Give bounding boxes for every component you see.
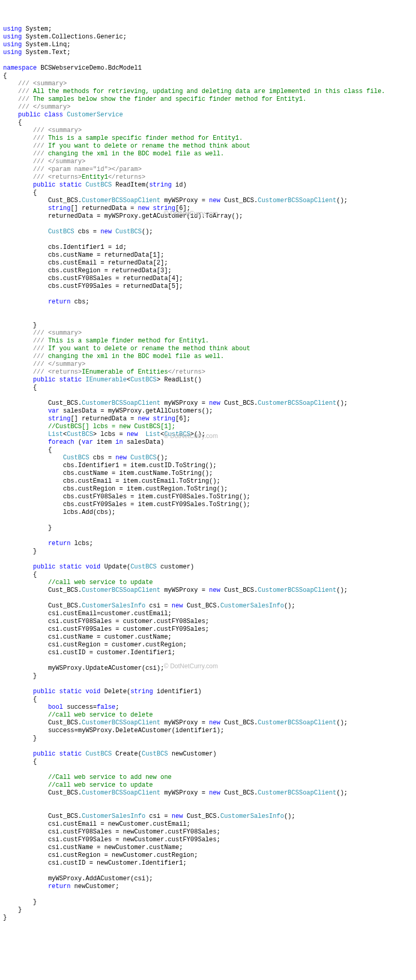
code-line: /// The samples below show the finder an… [3,96,306,103]
code-line: /// If you want to delete or rename the … [3,345,250,352]
code-line: foreach (var item in salesData) [3,439,164,446]
code-line: namespace BCSWebserviceDemo.BdcModel1 [3,64,141,72]
code-line: csi.custEmail=customer.custEmail; [3,610,172,617]
code-line: } [3,898,37,906]
code-line: /// </summary> [3,158,85,165]
code-line: } [3,524,52,532]
code-line: myWSProxy.UpdateACustomer(csi); [3,665,164,672]
code-line: public static IEnumerable<CustBCS> ReadL… [3,376,202,383]
code-line: { [3,72,7,80]
code-line: /// changing the xml in the BDC model fi… [3,353,224,360]
code-line: csi.custName = newCustomer.custName; [3,844,183,851]
code-line: //call web service to update [3,579,153,586]
code-line: success=myWSProxy.DeleteACustomer(identi… [3,727,224,734]
code-line: //call web service to delete [3,711,153,719]
code-line: } [3,548,37,555]
code-line: } [3,914,7,921]
code-line: cbs.custName = returnedData[1]; [3,251,164,259]
code-line: using System; [3,25,52,33]
code-line: /// <returns>Entity1</returns> [3,174,146,181]
code-line: var salesData = myWSProxy.getAllCustomer… [3,407,213,415]
code-line: cbs.custFY08Sales = returnedData[4]; [3,275,183,282]
code-line: } [3,672,37,680]
code-line: Cust_BCS.CustomerSalesInfo csi = new Cus… [3,813,295,820]
code-line: cbs.custRegion = item.custRegion.ToStrin… [3,485,228,493]
code-line: } [3,322,37,329]
code-line: { [3,758,37,765]
code-line: Cust_BCS.CustomerBCSSoapClient myWSProxy… [3,197,348,204]
code-line: cbs.Identifier1 = id; [3,244,127,251]
code-line: List<CustBCS> lcbs = new List<CustBCS>()… [3,431,205,438]
code-line: Cust_BCS.CustomerBCSSoapClient myWSProxy… [3,719,348,726]
code-line: cbs.custEmail = returnedData[2]; [3,259,168,267]
code-line: string[] returnedData = new string[6]; [3,205,190,212]
code-line: csi.custID = customer.Identifier1; [3,649,175,656]
code-line: CustBCS cbs = new CustBCS(); [3,454,168,461]
code-line: { [3,189,37,196]
code-line: /// <summary> [3,127,82,134]
code-line: cbs.Identifier1 = item.custID.ToString()… [3,462,216,469]
code-line: public static CustBCS ReadItem(string id… [3,181,187,189]
code-line: Cust_BCS.CustomerBCSSoapClient myWSProxy… [3,587,348,594]
code-line: /// <summary> [3,329,82,337]
code-block: © DotNetCurry.com © DotNetCurry.com © Do… [0,0,416,924]
code-line: return lcbs; [3,540,93,547]
code-line: { [3,571,37,578]
watermark-3: © DotNetCurry.com [164,663,218,670]
code-line: csi.custFY09Sales = newCustomer.custFY09… [3,836,220,843]
code-line: Cust_BCS.CustomerBCSSoapClient myWSProxy… [3,789,348,797]
code-line: csi.custFY09Sales = customer.custFY09Sal… [3,626,209,633]
code-line: /// All the methods for retrieving, upda… [3,88,385,95]
code-line: using System.Text; [3,49,71,56]
code-line: csi.custRegion = customer.custRegion; [3,641,187,648]
code-line: using System.Collections.Generic; [3,33,127,41]
code-line: cbs.custFY08Sales = item.custFY08Sales.T… [3,493,250,500]
code-line: /// </summary> [3,361,85,368]
code-line: csi.custFY08Sales = customer.custFY08Sal… [3,618,209,625]
code-line: csi.custFY08Sales = newCustomer.custFY08… [3,828,220,836]
code-line: } [3,735,37,742]
code-line: { [3,446,52,454]
code-line: myWSProxy.AddACustomer(csi); [3,875,153,882]
code-line: CustBCS cbs = new CustBCS(); [3,228,153,235]
code-line: cbs.custFY09Sales = returnedData[5]; [3,283,183,290]
code-line: //call web service to update [3,782,153,789]
code-line: /// <param name="id"></param> [3,166,141,173]
code-line: public class CustomerService [3,111,123,118]
code-line: /// If you want to delete or rename the … [3,142,250,150]
code-line: { [3,384,37,391]
code-line: } [3,906,22,913]
code-line: /// This is a sample finder method for E… [3,337,209,345]
code-line: csi.custID = newCustomer.Identifier1; [3,859,187,867]
code-line: return newCustomer; [3,883,119,890]
code-line: { [3,696,37,703]
code-line: //CustBCS[] lcbs = new CustBCS[1]; [3,423,175,430]
code-line: cbs.custEmail = item.custEmail.ToString(… [3,478,220,485]
code-line: Cust_BCS.CustomerSalesInfo csi = new Cus… [3,602,295,610]
code-line: /// changing the xml in the BDC model fi… [3,150,224,157]
code-line: /// <returns>IEnumerable of Entities</re… [3,368,205,376]
code-line: csi.custRegion = newCustomer.custRegion; [3,852,198,859]
code-line: /// This is a sample specific finder met… [3,135,243,142]
code-line: lcbs.Add(cbs); [3,509,115,516]
code-line: cbs.custName = item.custName.ToString(); [3,470,213,477]
code-line: public static void Delete(string identif… [3,688,202,695]
code-line: cbs.custRegion = returnedData[3]; [3,267,172,274]
code-line: string[] returnedData = new string[6]; [3,415,190,422]
code-line: public static CustBCS Create(CustBCS new… [3,750,217,758]
code-line: bool success=false; [3,704,119,711]
code-line: csi.custName = customer.custName; [3,633,172,641]
code-line: /// <summary> [3,80,67,87]
code-line: using System.Linq; [3,41,71,48]
code-line: { [3,119,22,126]
code-line: Cust_BCS.CustomerBCSSoapClient myWSProxy… [3,400,348,407]
code-line: cbs.custFY09Sales = item.custFY09Sales.T… [3,501,250,508]
code-line: public static void Update(CustBCS custom… [3,563,194,571]
code-line: return cbs; [3,298,89,306]
code-line: //Call web service to add new one [3,774,172,781]
code-line: returnedData = myWSProxy.getACustomer(id… [3,213,243,220]
code-line: csi.custEmail = newCustomer.custEmail; [3,820,190,828]
code-line: /// </summary> [3,103,71,111]
